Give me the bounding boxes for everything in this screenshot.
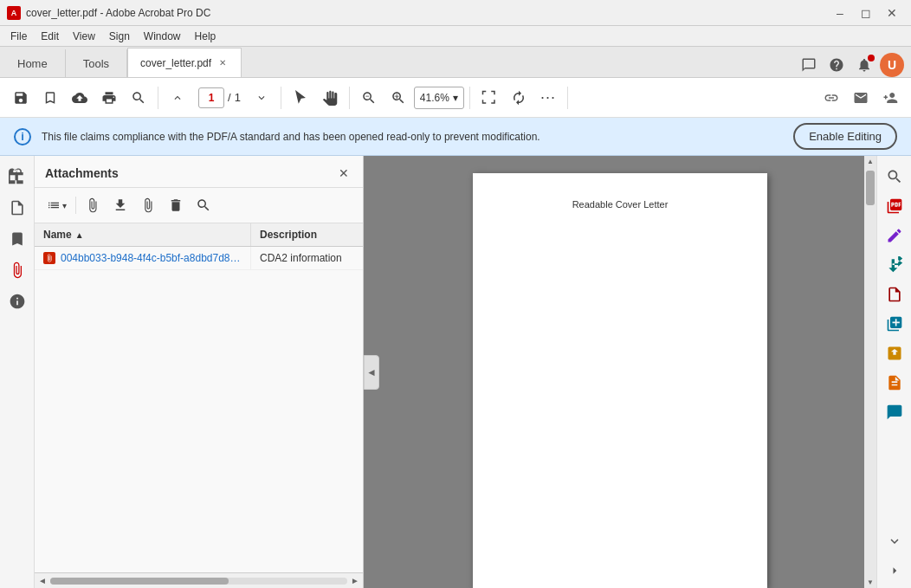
rt-forward-button[interactable] (881, 557, 908, 585)
sort-icon: ▲ (75, 230, 84, 240)
menu-view[interactable]: View (66, 29, 102, 44)
attachments-table: Name ▲ Description 004bb033-b948-4f4c-b5… (35, 223, 363, 572)
zoom-in-button[interactable] (384, 84, 412, 112)
main-area: Attachments ✕ ▾ (0, 156, 911, 588)
sidebar-bookmarks-button[interactable] (3, 225, 31, 253)
minimize-button[interactable]: – (828, 3, 852, 23)
select-tool-button[interactable] (287, 84, 314, 112)
file-icon (43, 252, 55, 264)
upload-button[interactable] (66, 84, 94, 112)
pdf-viewer-area: ◄ Readable Cover Letter ▲ ▼ (364, 156, 876, 588)
menu-bar: File Edit View Sign Window Help (0, 26, 911, 47)
right-toolbar (876, 156, 911, 588)
panel-title: Attachments (45, 166, 119, 180)
table-row[interactable]: 004bb033-b948-4f4c-b5bf-a8dbd7d8d... CDA… (35, 247, 363, 270)
tab-file-label: cover_letter.pdf (140, 57, 211, 69)
share-link-button[interactable] (817, 84, 845, 112)
send-email-button[interactable] (847, 84, 875, 112)
scroll-down-arrow[interactable]: ▼ (867, 577, 874, 588)
left-sidebar (0, 156, 35, 588)
window-controls: – ◻ ✕ (828, 3, 904, 23)
close-button[interactable]: ✕ (880, 3, 904, 23)
table-header: Name ▲ Description (35, 223, 363, 247)
rt-expand-down-button[interactable] (881, 527, 908, 555)
bell-action-button[interactable] (852, 53, 876, 77)
rt-comment-button[interactable] (881, 398, 908, 426)
search-button[interactable] (125, 84, 152, 112)
menu-window[interactable]: Window (137, 29, 188, 44)
tab-home[interactable]: Home (0, 49, 66, 77)
add-attachment-button[interactable] (80, 193, 106, 217)
menu-help[interactable]: Help (188, 29, 223, 44)
scroll-right-arrow[interactable]: ► (351, 576, 359, 585)
menu-file[interactable]: File (3, 29, 34, 44)
tab-actions: U (797, 53, 911, 77)
delete-attachment-button[interactable] (163, 193, 189, 217)
zoom-dropdown-icon: ▾ (453, 92, 458, 104)
prev-page-button[interactable] (164, 84, 191, 112)
bookmark-button[interactable] (36, 84, 64, 112)
help-action-button[interactable] (824, 53, 849, 77)
scroll-left-arrow[interactable]: ◄ (38, 576, 47, 585)
column-header-description[interactable]: Description (250, 223, 363, 246)
menu-edit[interactable]: Edit (34, 29, 66, 44)
app-icon: A (7, 6, 21, 20)
chat-action-button[interactable] (797, 53, 821, 77)
rt-edit-pdf-button[interactable] (881, 222, 908, 249)
rt-export-excel-button[interactable] (881, 339, 908, 367)
pdf-page-title: Readable Cover Letter (490, 199, 750, 210)
attach-file-button[interactable] (135, 193, 161, 217)
more-icon: ··· (540, 88, 556, 107)
sidebar-info-button[interactable] (3, 288, 31, 315)
save-attachment-button[interactable] (107, 193, 133, 217)
rt-export-pdf-button[interactable] (881, 192, 908, 220)
vertical-scrollbar[interactable]: ▲ ▼ (864, 156, 876, 588)
maximize-button[interactable]: ◻ (854, 3, 878, 23)
rt-zoom-button[interactable] (881, 163, 908, 191)
tab-tools[interactable]: Tools (66, 49, 127, 77)
page-separator: / (228, 91, 231, 104)
attachment-filename: 004bb033-b948-4f4c-b5bf-a8dbd7d8d... (61, 252, 242, 264)
add-user-button[interactable] (876, 84, 904, 112)
rt-export-word-button[interactable] (881, 369, 908, 397)
attachments-panel: Attachments ✕ ▾ (35, 156, 364, 588)
hand-tool-button[interactable] (316, 84, 344, 112)
view-options-button[interactable]: ▾ (42, 193, 72, 217)
toolbar: / 1 41.6% ▾ ··· (0, 78, 911, 118)
panel-toolbar: ▾ (35, 188, 363, 223)
menu-sign[interactable]: Sign (102, 29, 137, 44)
rt-create-pdf-button[interactable] (881, 281, 908, 308)
print-button[interactable] (95, 84, 123, 112)
rotate-button[interactable] (505, 84, 533, 112)
sidebar-create-button[interactable] (3, 163, 31, 191)
search-attachments-button[interactable] (191, 193, 216, 217)
horizontal-scrollbar[interactable] (50, 578, 347, 585)
fit-page-button[interactable] (475, 84, 503, 112)
save-button[interactable] (7, 84, 35, 112)
rt-combine-files-button[interactable] (881, 310, 908, 338)
panel-close-button[interactable]: ✕ (335, 165, 352, 182)
rt-organize-pages-button[interactable] (881, 251, 908, 279)
column-header-name[interactable]: Name ▲ (35, 223, 250, 246)
sidebar-attachments-button[interactable] (3, 256, 31, 284)
page-total: 1 (235, 91, 241, 104)
tab-close-button[interactable]: ✕ (216, 57, 229, 69)
next-page-button[interactable] (248, 84, 275, 112)
page-number-input[interactable] (198, 87, 224, 108)
enable-editing-button[interactable]: Enable Editing (793, 123, 897, 150)
scroll-up-arrow[interactable]: ▲ (867, 156, 874, 167)
user-avatar-button[interactable]: U (880, 53, 904, 77)
more-tools-button[interactable]: ··· (534, 84, 562, 112)
title-bar: A cover_letter.pdf - Adobe Acrobat Pro D… (0, 0, 911, 26)
collapse-panel-arrow[interactable]: ◄ (364, 355, 379, 390)
zoom-level: 41.6% (420, 92, 449, 104)
vscroll-track (866, 167, 875, 577)
pdf-page: Readable Cover Letter (473, 173, 767, 588)
zoom-out-button[interactable] (355, 84, 383, 112)
panel-header: Attachments ✕ (35, 156, 363, 188)
zoom-control[interactable]: 41.6% ▾ (414, 87, 464, 109)
attachment-description-cell: CDA2 information (250, 247, 363, 269)
sidebar-thumbnails-button[interactable] (3, 194, 31, 222)
tab-file[interactable]: cover_letter.pdf ✕ (127, 48, 242, 77)
page-navigation: / 1 (193, 87, 246, 108)
